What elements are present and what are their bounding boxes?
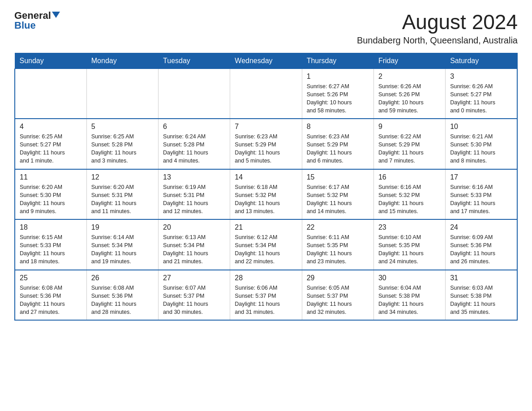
- day-info: Sunrise: 6:08 AM Sunset: 5:36 PM Dayligh…: [91, 284, 154, 317]
- day-number: 7: [235, 123, 297, 131]
- calendar-day-cell: 20Sunrise: 6:13 AM Sunset: 5:34 PM Dayli…: [159, 219, 230, 270]
- logo: General Blue: [14, 11, 60, 30]
- calendar-day-cell: 8Sunrise: 6:23 AM Sunset: 5:29 PM Daylig…: [302, 119, 373, 169]
- calendar-table: SundayMondayTuesdayWednesdayThursdayFrid…: [14, 53, 518, 321]
- calendar-day-cell: 15Sunrise: 6:17 AM Sunset: 5:32 PM Dayli…: [302, 169, 373, 220]
- calendar-week-row: 18Sunrise: 6:15 AM Sunset: 5:33 PM Dayli…: [15, 219, 517, 270]
- day-number: 3: [450, 73, 512, 81]
- logo-blue: Blue: [14, 21, 36, 30]
- day-number: 10: [450, 123, 512, 131]
- day-number: 4: [20, 123, 82, 131]
- header-thursday: Thursday: [302, 53, 373, 68]
- day-info: Sunrise: 6:20 AM Sunset: 5:31 PM Dayligh…: [91, 183, 154, 216]
- day-number: 25: [20, 274, 82, 282]
- day-info: Sunrise: 6:12 AM Sunset: 5:34 PM Dayligh…: [235, 233, 297, 266]
- day-number: 28: [235, 274, 297, 282]
- calendar-title: August 2024: [357, 11, 518, 34]
- day-number: 18: [20, 223, 82, 231]
- header-friday: Friday: [373, 53, 445, 68]
- day-info: Sunrise: 6:06 AM Sunset: 5:37 PM Dayligh…: [235, 284, 297, 317]
- logo-general: General: [14, 11, 51, 21]
- day-number: 31: [450, 274, 512, 282]
- day-info: Sunrise: 6:24 AM Sunset: 5:28 PM Dayligh…: [163, 133, 225, 165]
- calendar-day-cell: 25Sunrise: 6:08 AM Sunset: 5:36 PM Dayli…: [15, 270, 86, 321]
- calendar-subtitle: Bundaberg North, Queensland, Australia: [357, 35, 518, 46]
- day-info: Sunrise: 6:14 AM Sunset: 5:34 PM Dayligh…: [91, 233, 154, 266]
- day-info: Sunrise: 6:27 AM Sunset: 5:26 PM Dayligh…: [307, 82, 369, 115]
- calendar-day-cell: 1Sunrise: 6:27 AM Sunset: 5:26 PM Daylig…: [302, 68, 373, 119]
- title-block: August 2024 Bundaberg North, Queensland,…: [357, 11, 518, 46]
- calendar-day-cell: 12Sunrise: 6:20 AM Sunset: 5:31 PM Dayli…: [86, 169, 158, 220]
- calendar-day-cell: [86, 68, 158, 119]
- day-info: Sunrise: 6:23 AM Sunset: 5:29 PM Dayligh…: [235, 133, 297, 165]
- day-info: Sunrise: 6:03 AM Sunset: 5:38 PM Dayligh…: [450, 284, 512, 317]
- day-number: 12: [91, 173, 154, 181]
- calendar-day-cell: [159, 68, 230, 119]
- day-number: 11: [20, 173, 82, 181]
- calendar-day-cell: 23Sunrise: 6:10 AM Sunset: 5:35 PM Dayli…: [373, 219, 445, 270]
- calendar-week-row: 1Sunrise: 6:27 AM Sunset: 5:26 PM Daylig…: [15, 68, 517, 119]
- day-info: Sunrise: 6:18 AM Sunset: 5:32 PM Dayligh…: [235, 183, 297, 216]
- calendar-day-cell: 29Sunrise: 6:05 AM Sunset: 5:37 PM Dayli…: [302, 270, 373, 321]
- day-number: 9: [378, 123, 441, 131]
- header-sunday: Sunday: [15, 53, 86, 68]
- calendar-day-cell: 5Sunrise: 6:25 AM Sunset: 5:28 PM Daylig…: [86, 119, 158, 169]
- logo-triangle-icon: [52, 12, 60, 18]
- calendar-day-cell: 28Sunrise: 6:06 AM Sunset: 5:37 PM Dayli…: [230, 270, 302, 321]
- day-info: Sunrise: 6:04 AM Sunset: 5:38 PM Dayligh…: [378, 284, 441, 317]
- calendar-day-cell: 27Sunrise: 6:07 AM Sunset: 5:37 PM Dayli…: [159, 270, 230, 321]
- day-number: 8: [307, 123, 369, 131]
- calendar-day-cell: 11Sunrise: 6:20 AM Sunset: 5:30 PM Dayli…: [15, 169, 86, 220]
- day-info: Sunrise: 6:21 AM Sunset: 5:30 PM Dayligh…: [450, 133, 512, 165]
- day-number: 26: [91, 274, 154, 282]
- day-number: 19: [91, 223, 154, 231]
- day-number: 16: [378, 173, 441, 181]
- day-info: Sunrise: 6:05 AM Sunset: 5:37 PM Dayligh…: [307, 284, 369, 317]
- day-info: Sunrise: 6:25 AM Sunset: 5:27 PM Dayligh…: [20, 133, 82, 165]
- day-number: 21: [235, 223, 297, 231]
- day-info: Sunrise: 6:09 AM Sunset: 5:36 PM Dayligh…: [450, 233, 512, 266]
- calendar-day-cell: 31Sunrise: 6:03 AM Sunset: 5:38 PM Dayli…: [446, 270, 517, 321]
- calendar-day-cell: 18Sunrise: 6:15 AM Sunset: 5:33 PM Dayli…: [15, 219, 86, 270]
- calendar-day-cell: 30Sunrise: 6:04 AM Sunset: 5:38 PM Dayli…: [373, 270, 445, 321]
- header-tuesday: Tuesday: [159, 53, 230, 68]
- day-number: 24: [450, 223, 512, 231]
- day-number: 2: [378, 73, 441, 81]
- calendar-week-row: 11Sunrise: 6:20 AM Sunset: 5:30 PM Dayli…: [15, 169, 517, 220]
- calendar-day-cell: 3Sunrise: 6:26 AM Sunset: 5:27 PM Daylig…: [446, 68, 517, 119]
- day-info: Sunrise: 6:16 AM Sunset: 5:33 PM Dayligh…: [450, 183, 512, 216]
- calendar-header-row: SundayMondayTuesdayWednesdayThursdayFrid…: [15, 53, 517, 68]
- day-number: 1: [307, 73, 369, 81]
- calendar-week-row: 4Sunrise: 6:25 AM Sunset: 5:27 PM Daylig…: [15, 119, 517, 169]
- day-info: Sunrise: 6:19 AM Sunset: 5:31 PM Dayligh…: [163, 183, 225, 216]
- calendar-day-cell: 4Sunrise: 6:25 AM Sunset: 5:27 PM Daylig…: [15, 119, 86, 169]
- day-number: 22: [307, 223, 369, 231]
- day-info: Sunrise: 6:16 AM Sunset: 5:32 PM Dayligh…: [378, 183, 441, 216]
- calendar-day-cell: 14Sunrise: 6:18 AM Sunset: 5:32 PM Dayli…: [230, 169, 302, 220]
- header-monday: Monday: [86, 53, 158, 68]
- calendar-day-cell: 17Sunrise: 6:16 AM Sunset: 5:33 PM Dayli…: [446, 169, 517, 220]
- page-header: General Blue August 2024 Bundaberg North…: [14, 11, 518, 46]
- calendar-day-cell: 7Sunrise: 6:23 AM Sunset: 5:29 PM Daylig…: [230, 119, 302, 169]
- day-info: Sunrise: 6:08 AM Sunset: 5:36 PM Dayligh…: [20, 284, 82, 317]
- calendar-day-cell: 19Sunrise: 6:14 AM Sunset: 5:34 PM Dayli…: [86, 219, 158, 270]
- day-info: Sunrise: 6:07 AM Sunset: 5:37 PM Dayligh…: [163, 284, 225, 317]
- header-saturday: Saturday: [446, 53, 517, 68]
- day-info: Sunrise: 6:22 AM Sunset: 5:29 PM Dayligh…: [378, 133, 441, 165]
- day-number: 27: [163, 274, 225, 282]
- calendar-day-cell: 16Sunrise: 6:16 AM Sunset: 5:32 PM Dayli…: [373, 169, 445, 220]
- day-number: 30: [378, 274, 441, 282]
- calendar-day-cell: 10Sunrise: 6:21 AM Sunset: 5:30 PM Dayli…: [446, 119, 517, 169]
- calendar-day-cell: 21Sunrise: 6:12 AM Sunset: 5:34 PM Dayli…: [230, 219, 302, 270]
- day-number: 6: [163, 123, 225, 131]
- day-number: 15: [307, 173, 369, 181]
- calendar-day-cell: 9Sunrise: 6:22 AM Sunset: 5:29 PM Daylig…: [373, 119, 445, 169]
- calendar-day-cell: 24Sunrise: 6:09 AM Sunset: 5:36 PM Dayli…: [446, 219, 517, 270]
- calendar-day-cell: 6Sunrise: 6:24 AM Sunset: 5:28 PM Daylig…: [159, 119, 230, 169]
- day-info: Sunrise: 6:15 AM Sunset: 5:33 PM Dayligh…: [20, 233, 82, 266]
- calendar-day-cell: [230, 68, 302, 119]
- day-number: 23: [378, 223, 441, 231]
- day-number: 5: [91, 123, 154, 131]
- day-info: Sunrise: 6:26 AM Sunset: 5:27 PM Dayligh…: [450, 82, 512, 115]
- day-number: 14: [235, 173, 297, 181]
